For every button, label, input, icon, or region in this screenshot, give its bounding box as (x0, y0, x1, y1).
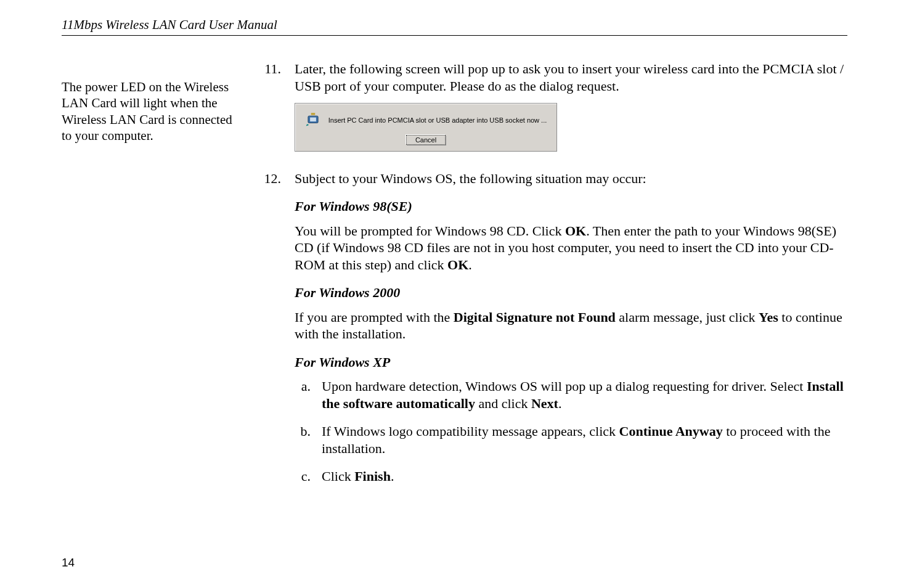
win2000-paragraph: If you are prompted with the Digital Sig… (295, 309, 847, 343)
substep-a: a. Upon hardware detection, Windows OS w… (295, 378, 847, 412)
ok-label: OK (565, 223, 586, 239)
text: . (391, 468, 394, 484)
text: alarm message, just click (616, 309, 759, 325)
svg-rect-1 (310, 118, 316, 122)
text: If you are prompted with the (295, 309, 454, 325)
win98-paragraph: You will be prompted for Windows 98 CD. … (295, 223, 847, 274)
substep-c: c. Click Finish. (295, 468, 847, 485)
bold-text: Continue Anyway (619, 423, 723, 439)
step-11: 11. Later, the following screen will pop… (260, 60, 847, 158)
substep-b: b. If Windows logo compatibility message… (295, 423, 847, 457)
yes-label: Yes (759, 309, 778, 325)
margin-note: The power LED on the Wireless LAN Card w… (62, 60, 234, 508)
substep-letter: c. (295, 468, 311, 485)
finish-label: Finish (354, 468, 391, 484)
substep-letter: a. (295, 378, 311, 412)
substep-letter: b. (295, 423, 311, 457)
text: . (558, 396, 562, 411)
svg-rect-2 (311, 113, 315, 115)
ok-label: OK (447, 257, 468, 272)
text: If Windows logo compatibility message ap… (322, 423, 619, 439)
step-12-intro: Subject to your Windows OS, the followin… (295, 170, 847, 187)
page-number: 14 (62, 556, 75, 570)
install-icon (305, 111, 321, 131)
cancel-button[interactable]: Cancel (406, 135, 446, 145)
subhead-win98: For Windows 98(SE) (295, 198, 847, 215)
dialog-message: Insert PC Card into PCMCIA slot or USB a… (328, 116, 547, 125)
text: Upon hardware detection, Windows OS will… (322, 378, 807, 394)
subhead-winxp: For Windows XP (295, 354, 847, 371)
running-header: 11Mbps Wireless LAN Card User Manual (62, 17, 847, 36)
dialog-screenshot: Insert PC Card into PCMCIA slot or USB a… (295, 103, 557, 152)
text: You will be prompted for Windows 98 CD. … (295, 223, 565, 239)
subhead-win2000: For Windows 2000 (295, 284, 847, 301)
step-number: 11. (260, 60, 281, 158)
step-12: 12. Subject to your Windows OS, the foll… (260, 170, 847, 496)
step-number: 12. (260, 170, 281, 496)
text: and click (475, 396, 531, 411)
main-content: 11. Later, the following screen will pop… (260, 60, 847, 508)
step-11-text: Later, the following screen will pop up … (295, 60, 847, 94)
text: Click (322, 468, 354, 484)
next-label: Next (531, 396, 558, 411)
text: . (468, 257, 472, 272)
bold-text: Digital Signature not Found (454, 309, 616, 325)
